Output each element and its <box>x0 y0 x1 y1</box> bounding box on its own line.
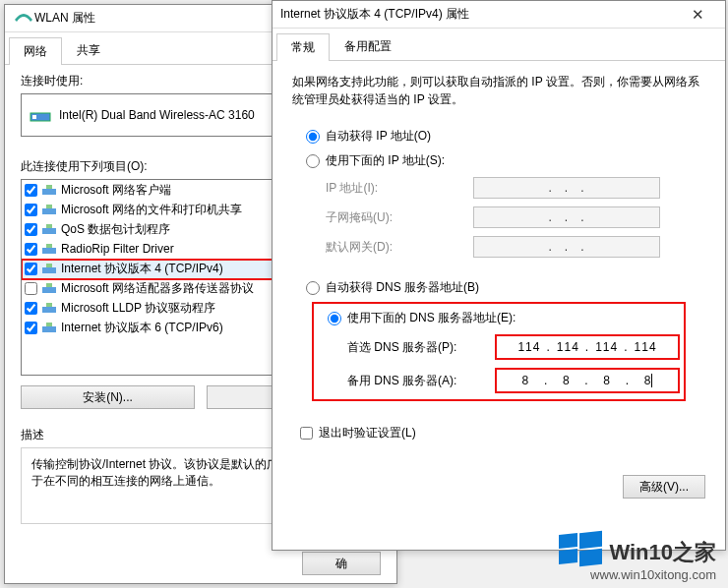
protocol-icon <box>41 242 57 256</box>
ipv4-tabs: 常规 备用配置 <box>273 29 725 61</box>
svg-rect-6 <box>42 228 56 234</box>
item-label: Microsoft 网络的文件和打印机共享 <box>61 202 242 218</box>
item-label: QoS 数据包计划程序 <box>61 221 170 238</box>
tab-alt-config[interactable]: 备用配置 <box>330 32 406 60</box>
item-checkbox[interactable] <box>25 322 37 334</box>
item-checkbox[interactable] <box>25 223 37 236</box>
radio-manual-dns-label: 使用下面的 DNS 服务器地址(E): <box>347 310 516 326</box>
validate-checkbox[interactable] <box>300 427 313 440</box>
watermark-url: www.win10xitong.com <box>559 567 716 582</box>
item-label: Internet 协议版本 6 (TCP/IPv6) <box>61 320 223 336</box>
item-checkbox[interactable] <box>25 243 37 256</box>
info-text: 如果网络支持此功能，则可以获取自动指派的 IP 设置。否则，你需要从网络系统管理… <box>273 61 725 116</box>
alt-dns-input[interactable]: 8 . 8 . 8 . 8 <box>495 368 680 393</box>
tab-share[interactable]: 共享 <box>62 36 115 64</box>
ip-address-row: IP 地址(I): ... <box>296 173 701 203</box>
ipv4-title: Internet 协议版本 4 (TCP/IPv4) 属性 <box>280 6 678 23</box>
pref-dns-input[interactable]: 114.114.114.114 <box>495 334 680 360</box>
gateway-label: 默认网关(D): <box>326 239 473 256</box>
gateway-input: ... <box>473 236 660 258</box>
svg-rect-9 <box>46 244 52 248</box>
watermark-brand: Win10之家 <box>609 540 716 564</box>
protocol-icon <box>41 262 57 275</box>
watermark: Win10之家 www.win10xitong.com <box>559 530 716 582</box>
svg-rect-10 <box>42 267 56 273</box>
protocol-icon <box>41 321 57 334</box>
adapter-name: Intel(R) Dual Band Wireless-AC 3160 <box>59 108 255 122</box>
ipv4-titlebar[interactable]: Internet 协议版本 4 (TCP/IPv4) 属性 ✕ <box>273 1 725 29</box>
ip-group: 自动获得 IP 地址(O) 使用下面的 IP 地址(S): IP 地址(I): … <box>290 122 707 267</box>
wifi-title-icon <box>13 11 34 27</box>
validate-label: 退出时验证设置(L) <box>319 425 416 441</box>
windows-logo-icon <box>559 530 602 565</box>
svg-rect-15 <box>46 303 52 307</box>
radio-auto-ip-input[interactable] <box>306 130 320 144</box>
svg-rect-7 <box>46 224 52 228</box>
subnet-label: 子网掩码(U): <box>326 209 473 226</box>
radio-manual-dns-input[interactable] <box>328 312 341 325</box>
gateway-row: 默认网关(D): ... <box>296 232 701 262</box>
adapter-icon <box>30 107 51 123</box>
radio-manual-ip-input[interactable] <box>306 154 320 168</box>
advanced-button[interactable]: 高级(V)... <box>623 475 705 499</box>
svg-rect-17 <box>46 323 52 326</box>
svg-rect-13 <box>46 283 52 287</box>
pref-dns-label: 首选 DNS 服务器(P): <box>347 339 495 356</box>
item-label: RadioRip Filter Driver <box>61 242 174 256</box>
radio-auto-dns-input[interactable] <box>306 281 320 295</box>
dns-highlight: 使用下面的 DNS 服务器地址(E): 首选 DNS 服务器(P): 114.1… <box>312 302 686 401</box>
ip-address-label: IP 地址(I): <box>326 180 473 197</box>
svg-rect-11 <box>46 264 52 267</box>
svg-rect-3 <box>46 185 52 189</box>
radio-auto-dns[interactable]: 自动获得 DNS 服务器地址(B) <box>296 275 701 300</box>
text-caret <box>651 374 652 387</box>
pref-dns-row: 首选 DNS 服务器(P): 114.114.114.114 <box>318 330 680 364</box>
radio-auto-ip-label: 自动获得 IP 地址(O) <box>326 128 431 145</box>
protocol-icon <box>41 222 57 236</box>
radio-auto-dns-label: 自动获得 DNS 服务器地址(B) <box>326 279 479 296</box>
alt-dns-label: 备用 DNS 服务器(A): <box>347 373 495 389</box>
validate-row[interactable]: 退出时验证设置(L) <box>273 411 725 455</box>
svg-rect-5 <box>46 205 52 208</box>
radio-manual-ip[interactable]: 使用下面的 IP 地址(S): <box>296 148 701 173</box>
radio-manual-ip-label: 使用下面的 IP 地址(S): <box>326 152 445 169</box>
item-checkbox[interactable] <box>25 184 37 197</box>
item-checkbox[interactable] <box>25 302 37 315</box>
svg-rect-16 <box>42 326 56 332</box>
item-checkbox[interactable] <box>25 263 37 275</box>
alt-dns-row: 备用 DNS 服务器(A): 8 . 8 . 8 . 8 <box>318 364 680 397</box>
tab-network[interactable]: 网络 <box>9 37 62 65</box>
install-button[interactable]: 安装(N)... <box>21 385 195 409</box>
protocol-icon <box>41 281 57 295</box>
svg-rect-12 <box>42 287 56 293</box>
subnet-input: ... <box>473 206 660 228</box>
ipv4-properties-window: Internet 协议版本 4 (TCP/IPv4) 属性 ✕ 常规 备用配置 … <box>272 0 726 551</box>
svg-rect-2 <box>42 189 56 195</box>
ip-address-input: ... <box>473 177 660 199</box>
tab-general[interactable]: 常规 <box>276 33 330 61</box>
item-label: Microsoft 网络客户端 <box>61 182 171 199</box>
protocol-icon <box>41 203 57 216</box>
svg-rect-1 <box>32 115 36 119</box>
dns-group: 自动获得 DNS 服务器地址(B) 使用下面的 DNS 服务器地址(E): 首选… <box>290 273 707 409</box>
ok-button-partial[interactable]: 确 <box>302 552 381 575</box>
item-label: Internet 协议版本 4 (TCP/IPv4) <box>61 261 223 277</box>
protocol-icon <box>41 183 57 197</box>
svg-rect-14 <box>42 307 56 313</box>
item-label: Microsoft 网络适配器多路传送器协议 <box>61 280 254 297</box>
item-label: Microsoft LLDP 协议驱动程序 <box>61 300 215 317</box>
radio-auto-ip[interactable]: 自动获得 IP 地址(O) <box>296 124 701 148</box>
close-icon[interactable]: ✕ <box>678 6 717 24</box>
radio-manual-dns[interactable]: 使用下面的 DNS 服务器地址(E): <box>318 306 680 330</box>
svg-rect-4 <box>42 208 56 214</box>
subnet-row: 子网掩码(U): ... <box>296 203 701 232</box>
protocol-icon <box>41 301 57 315</box>
item-checkbox[interactable] <box>25 204 37 216</box>
svg-rect-8 <box>42 248 56 254</box>
item-checkbox[interactable] <box>25 282 37 295</box>
